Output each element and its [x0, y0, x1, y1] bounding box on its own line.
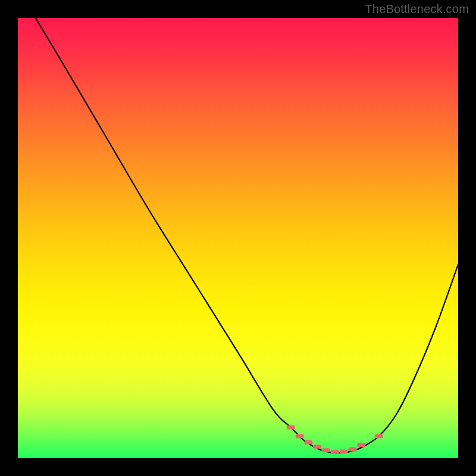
trough-marker — [322, 448, 330, 452]
watermark-text: TheBottleneck.com — [365, 2, 469, 16]
bottleneck-curve — [36, 18, 458, 453]
trough-marker — [348, 447, 356, 452]
curve-svg — [18, 18, 458, 458]
marker-group — [287, 425, 383, 454]
trough-marker — [331, 450, 339, 454]
plot-area — [18, 18, 458, 458]
trough-marker — [375, 434, 383, 439]
trough-marker — [304, 440, 312, 444]
trough-marker — [313, 444, 321, 449]
chart-frame: TheBottleneck.com — [0, 0, 476, 476]
trough-marker — [296, 434, 304, 439]
trough-marker — [287, 425, 295, 430]
curve-path — [36, 18, 458, 453]
trough-marker — [340, 449, 348, 453]
trough-marker — [357, 443, 365, 447]
